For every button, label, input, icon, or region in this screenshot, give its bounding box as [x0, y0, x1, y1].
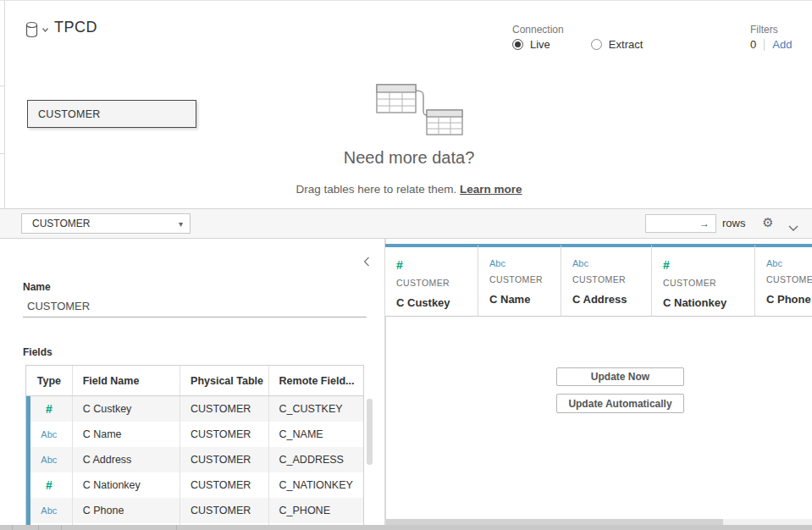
bottom-scroll-strip[interactable] [0, 525, 812, 530]
name-input[interactable]: CUSTOMER [23, 295, 367, 317]
learn-more-link[interactable]: Learn more [460, 183, 522, 196]
physical-table-cell: CUSTOMER [180, 498, 268, 523]
remote-field-cell: C_NATIONKEY [269, 472, 363, 498]
field-row-c-phone[interactable]: Abc C Phone CUSTOMER C_PHONE [26, 498, 363, 523]
connection-options: Live Extract [512, 38, 643, 51]
field-row-c-nationkey[interactable]: # C Nationkey CUSTOMER C_NATIONKEY [26, 472, 363, 498]
rail-tick [0, 86, 4, 86]
dropdown-caret-icon: ▾ [179, 219, 183, 229]
fields-table-header: Type Field Name Physical Table Remote Fi… [26, 366, 363, 396]
fields-table-body: # C Custkey CUSTOMER C_CUSTKEY Abc C Nam… [26, 396, 363, 526]
rows-label: rows [722, 217, 745, 229]
chevron-down-icon [42, 28, 48, 32]
collapse-panel-button[interactable] [363, 255, 375, 267]
field-row-c-address[interactable]: Abc C Address CUSTOMER C_ADDRESS [26, 447, 363, 472]
filters-row: 0 Add [750, 38, 792, 51]
remote-field-cell: C_NAME [269, 422, 363, 447]
empty-state-title: Need more data? [240, 148, 578, 168]
chevron-down-icon [788, 225, 798, 231]
datasource-menu-button[interactable] [25, 20, 51, 39]
number-type-icon: # [396, 258, 478, 272]
update-now-button[interactable]: Update Now [556, 367, 684, 386]
field-row-c-name[interactable]: Abc C Name CUSTOMER C_NAME [26, 422, 363, 447]
radio-extract-label: Extract [609, 38, 643, 51]
add-filter-link[interactable]: Add [772, 38, 792, 51]
grid-horizontal-scrollbar[interactable] [386, 519, 812, 525]
connection-label: Connection [512, 24, 564, 36]
grid-col-field: C Nationkey [663, 296, 754, 309]
rows-count-input[interactable]: → [645, 214, 716, 233]
physical-table-cell: CUSTOMER [180, 422, 268, 447]
field-name-cell: C Custkey [73, 396, 180, 422]
remote-field-cell: C_PHONE [269, 498, 363, 523]
physical-table-cell: CUSTOMER [180, 396, 268, 422]
grid-col-table: CUSTOMER [663, 278, 754, 288]
col-header-type[interactable]: Type [26, 366, 73, 395]
grid-col-c-phone[interactable]: Abc CUSTOMER C Phone [755, 244, 812, 317]
empty-state-hint: Drag tables here to relate them. [296, 183, 460, 196]
name-label: Name [23, 281, 51, 293]
table-select-value: CUSTOMER [32, 218, 90, 229]
divider [764, 39, 765, 51]
filters-label: Filters [750, 24, 778, 36]
col-header-field[interactable]: Field Name [73, 366, 180, 395]
fields-label: Fields [23, 346, 52, 358]
scrollbar-thumb[interactable] [386, 519, 723, 525]
divider [12, 525, 13, 530]
field-name-cell: C Phone [73, 498, 180, 523]
col-header-remote[interactable]: Remote Field... [269, 366, 363, 395]
fields-table: Type Field Name Physical Table Remote Fi… [25, 365, 364, 526]
grid-col-field: C Custkey [396, 296, 478, 309]
grid-col-c-custkey[interactable]: # CUSTOMER C Custkey [385, 244, 478, 317]
settings-gear-button[interactable]: ⚙ [760, 214, 776, 231]
col-header-physical[interactable]: Physical Table [180, 366, 268, 395]
radio-live-label: Live [530, 38, 550, 51]
grid-col-field: C Phone [766, 293, 812, 306]
relate-tables-icon [370, 81, 473, 141]
chevron-left-icon [363, 257, 370, 267]
go-arrow-icon: → [699, 218, 710, 229]
field-name-cell: C Address [73, 447, 180, 472]
grid-col-table: CUSTOMER [396, 278, 478, 288]
grid-col-table: CUSTOMER [489, 274, 561, 284]
string-type-icon: Abc [26, 447, 73, 472]
collapse-grid-button[interactable] [788, 219, 798, 235]
number-type-icon: # [26, 396, 73, 422]
string-type-icon: Abc [572, 258, 651, 268]
field-name-cell: C Name [73, 422, 180, 447]
physical-table-cell: CUSTOMER [180, 447, 268, 472]
string-type-icon: Abc [766, 258, 812, 268]
number-type-icon: # [663, 258, 754, 272]
string-type-icon: Abc [26, 498, 73, 523]
radio-live[interactable] [512, 39, 523, 50]
field-name-cell: C Nationkey [73, 472, 180, 498]
empty-state-subtext: Drag tables here to relate them. Learn m… [113, 183, 705, 196]
page-title: TPCD [54, 19, 97, 36]
divider [38, 525, 39, 530]
rail-tick [0, 153, 4, 154]
tableau-data-source-page: TPCD Connection Live Extract Filters 0 A… [0, 0, 812, 530]
string-type-icon: Abc [26, 422, 73, 447]
grid-col-table: CUSTOMER [766, 274, 812, 284]
filters-count: 0 [750, 38, 756, 51]
data-grid-headers: # CUSTOMER C Custkey Abc CUSTOMER C Name… [385, 244, 812, 317]
field-row-c-custkey[interactable]: # C Custkey CUSTOMER C_CUSTKEY [26, 396, 363, 422]
table-select-dropdown[interactable]: CUSTOMER ▾ [21, 213, 191, 234]
database-icon [25, 21, 40, 39]
grid-col-c-address[interactable]: Abc CUSTOMER C Address [561, 244, 652, 317]
physical-table-cell: CUSTOMER [180, 472, 268, 498]
grid-col-c-nationkey[interactable]: # CUSTOMER C Nationkey [652, 244, 755, 317]
grid-col-field: C Address [572, 293, 651, 306]
number-type-icon: # [26, 472, 73, 498]
divider [176, 525, 177, 530]
grid-col-field: C Name [489, 293, 561, 306]
grid-col-table: CUSTOMER [572, 274, 651, 284]
fields-table-scrollbar[interactable] [367, 399, 373, 465]
update-automatically-button[interactable]: Update Automatically [556, 394, 684, 413]
string-type-icon: Abc [489, 258, 561, 268]
radio-extract[interactable] [591, 39, 602, 50]
table-node-customer[interactable]: CUSTOMER [27, 100, 196, 128]
divider [61, 525, 62, 530]
remote-field-cell: C_CUSTKEY [269, 396, 363, 422]
grid-col-c-name[interactable]: Abc CUSTOMER C Name [478, 244, 561, 317]
